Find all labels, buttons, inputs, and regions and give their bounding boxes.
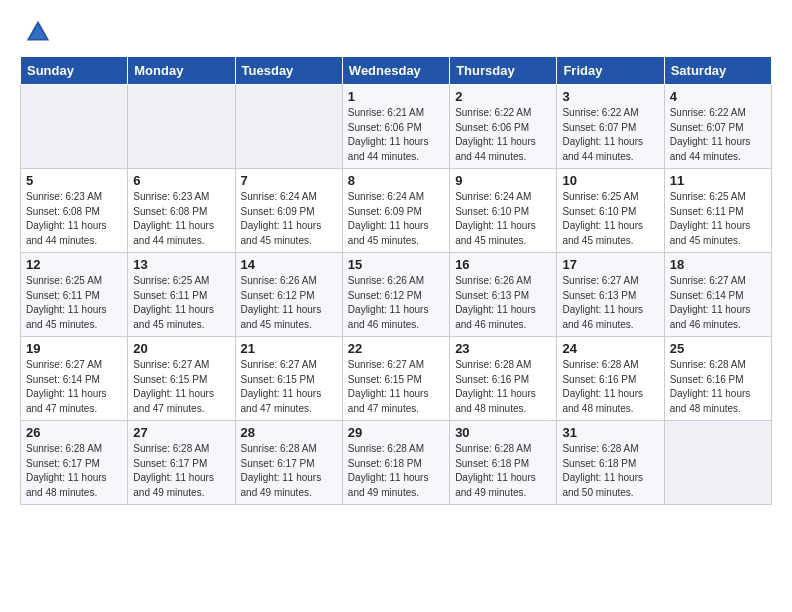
week-row-1: 1Sunrise: 6:21 AMSunset: 6:06 PMDaylight… (21, 85, 772, 169)
day-number: 24 (562, 341, 658, 356)
day-info: Sunrise: 6:24 AMSunset: 6:09 PMDaylight:… (241, 190, 337, 248)
empty-cell (664, 421, 771, 505)
day-info: Sunrise: 6:23 AMSunset: 6:08 PMDaylight:… (26, 190, 122, 248)
day-number: 9 (455, 173, 551, 188)
day-cell-20: 20Sunrise: 6:27 AMSunset: 6:15 PMDayligh… (128, 337, 235, 421)
day-cell-4: 4Sunrise: 6:22 AMSunset: 6:07 PMDaylight… (664, 85, 771, 169)
day-number: 14 (241, 257, 337, 272)
day-cell-14: 14Sunrise: 6:26 AMSunset: 6:12 PMDayligh… (235, 253, 342, 337)
day-number: 8 (348, 173, 444, 188)
day-info: Sunrise: 6:27 AMSunset: 6:13 PMDaylight:… (562, 274, 658, 332)
day-cell-27: 27Sunrise: 6:28 AMSunset: 6:17 PMDayligh… (128, 421, 235, 505)
day-info: Sunrise: 6:27 AMSunset: 6:14 PMDaylight:… (670, 274, 766, 332)
day-info: Sunrise: 6:28 AMSunset: 6:18 PMDaylight:… (562, 442, 658, 500)
day-info: Sunrise: 6:21 AMSunset: 6:06 PMDaylight:… (348, 106, 444, 164)
empty-cell (128, 85, 235, 169)
day-info: Sunrise: 6:28 AMSunset: 6:18 PMDaylight:… (455, 442, 551, 500)
day-cell-13: 13Sunrise: 6:25 AMSunset: 6:11 PMDayligh… (128, 253, 235, 337)
day-info: Sunrise: 6:27 AMSunset: 6:15 PMDaylight:… (241, 358, 337, 416)
day-info: Sunrise: 6:27 AMSunset: 6:14 PMDaylight:… (26, 358, 122, 416)
day-info: Sunrise: 6:22 AMSunset: 6:07 PMDaylight:… (670, 106, 766, 164)
day-cell-28: 28Sunrise: 6:28 AMSunset: 6:17 PMDayligh… (235, 421, 342, 505)
week-row-5: 26Sunrise: 6:28 AMSunset: 6:17 PMDayligh… (21, 421, 772, 505)
day-info: Sunrise: 6:24 AMSunset: 6:10 PMDaylight:… (455, 190, 551, 248)
day-number: 23 (455, 341, 551, 356)
day-cell-1: 1Sunrise: 6:21 AMSunset: 6:06 PMDaylight… (342, 85, 449, 169)
day-info: Sunrise: 6:23 AMSunset: 6:08 PMDaylight:… (133, 190, 229, 248)
day-cell-21: 21Sunrise: 6:27 AMSunset: 6:15 PMDayligh… (235, 337, 342, 421)
day-cell-22: 22Sunrise: 6:27 AMSunset: 6:15 PMDayligh… (342, 337, 449, 421)
day-cell-24: 24Sunrise: 6:28 AMSunset: 6:16 PMDayligh… (557, 337, 664, 421)
day-number: 16 (455, 257, 551, 272)
day-number: 4 (670, 89, 766, 104)
day-cell-17: 17Sunrise: 6:27 AMSunset: 6:13 PMDayligh… (557, 253, 664, 337)
day-info: Sunrise: 6:28 AMSunset: 6:17 PMDaylight:… (133, 442, 229, 500)
day-number: 3 (562, 89, 658, 104)
weekday-header-wednesday: Wednesday (342, 57, 449, 85)
day-info: Sunrise: 6:26 AMSunset: 6:12 PMDaylight:… (241, 274, 337, 332)
day-cell-15: 15Sunrise: 6:26 AMSunset: 6:12 PMDayligh… (342, 253, 449, 337)
day-info: Sunrise: 6:22 AMSunset: 6:07 PMDaylight:… (562, 106, 658, 164)
day-info: Sunrise: 6:28 AMSunset: 6:16 PMDaylight:… (455, 358, 551, 416)
day-info: Sunrise: 6:25 AMSunset: 6:10 PMDaylight:… (562, 190, 658, 248)
weekday-header-tuesday: Tuesday (235, 57, 342, 85)
day-number: 10 (562, 173, 658, 188)
day-cell-12: 12Sunrise: 6:25 AMSunset: 6:11 PMDayligh… (21, 253, 128, 337)
day-info: Sunrise: 6:25 AMSunset: 6:11 PMDaylight:… (670, 190, 766, 248)
week-row-3: 12Sunrise: 6:25 AMSunset: 6:11 PMDayligh… (21, 253, 772, 337)
day-number: 6 (133, 173, 229, 188)
day-info: Sunrise: 6:22 AMSunset: 6:06 PMDaylight:… (455, 106, 551, 164)
day-number: 13 (133, 257, 229, 272)
day-number: 22 (348, 341, 444, 356)
day-number: 17 (562, 257, 658, 272)
day-info: Sunrise: 6:24 AMSunset: 6:09 PMDaylight:… (348, 190, 444, 248)
day-cell-29: 29Sunrise: 6:28 AMSunset: 6:18 PMDayligh… (342, 421, 449, 505)
day-number: 18 (670, 257, 766, 272)
day-cell-23: 23Sunrise: 6:28 AMSunset: 6:16 PMDayligh… (450, 337, 557, 421)
calendar-wrapper: SundayMondayTuesdayWednesdayThursdayFrid… (0, 56, 792, 515)
day-info: Sunrise: 6:28 AMSunset: 6:16 PMDaylight:… (562, 358, 658, 416)
day-cell-8: 8Sunrise: 6:24 AMSunset: 6:09 PMDaylight… (342, 169, 449, 253)
day-info: Sunrise: 6:26 AMSunset: 6:12 PMDaylight:… (348, 274, 444, 332)
day-number: 5 (26, 173, 122, 188)
day-number: 11 (670, 173, 766, 188)
day-number: 26 (26, 425, 122, 440)
day-number: 28 (241, 425, 337, 440)
logo-icon (24, 18, 52, 46)
day-cell-11: 11Sunrise: 6:25 AMSunset: 6:11 PMDayligh… (664, 169, 771, 253)
day-number: 1 (348, 89, 444, 104)
day-info: Sunrise: 6:26 AMSunset: 6:13 PMDaylight:… (455, 274, 551, 332)
day-info: Sunrise: 6:27 AMSunset: 6:15 PMDaylight:… (348, 358, 444, 416)
day-number: 25 (670, 341, 766, 356)
day-cell-26: 26Sunrise: 6:28 AMSunset: 6:17 PMDayligh… (21, 421, 128, 505)
empty-cell (235, 85, 342, 169)
day-cell-6: 6Sunrise: 6:23 AMSunset: 6:08 PMDaylight… (128, 169, 235, 253)
week-row-2: 5Sunrise: 6:23 AMSunset: 6:08 PMDaylight… (21, 169, 772, 253)
day-cell-7: 7Sunrise: 6:24 AMSunset: 6:09 PMDaylight… (235, 169, 342, 253)
day-number: 31 (562, 425, 658, 440)
day-number: 7 (241, 173, 337, 188)
day-info: Sunrise: 6:28 AMSunset: 6:18 PMDaylight:… (348, 442, 444, 500)
day-info: Sunrise: 6:28 AMSunset: 6:17 PMDaylight:… (241, 442, 337, 500)
day-number: 27 (133, 425, 229, 440)
day-number: 19 (26, 341, 122, 356)
day-cell-2: 2Sunrise: 6:22 AMSunset: 6:06 PMDaylight… (450, 85, 557, 169)
day-number: 2 (455, 89, 551, 104)
day-number: 29 (348, 425, 444, 440)
day-number: 30 (455, 425, 551, 440)
day-number: 15 (348, 257, 444, 272)
weekday-header-monday: Monday (128, 57, 235, 85)
logo (24, 18, 56, 46)
day-cell-16: 16Sunrise: 6:26 AMSunset: 6:13 PMDayligh… (450, 253, 557, 337)
day-cell-5: 5Sunrise: 6:23 AMSunset: 6:08 PMDaylight… (21, 169, 128, 253)
day-info: Sunrise: 6:28 AMSunset: 6:17 PMDaylight:… (26, 442, 122, 500)
day-number: 21 (241, 341, 337, 356)
day-info: Sunrise: 6:25 AMSunset: 6:11 PMDaylight:… (133, 274, 229, 332)
day-cell-18: 18Sunrise: 6:27 AMSunset: 6:14 PMDayligh… (664, 253, 771, 337)
weekday-header-thursday: Thursday (450, 57, 557, 85)
day-info: Sunrise: 6:27 AMSunset: 6:15 PMDaylight:… (133, 358, 229, 416)
weekday-header-saturday: Saturday (664, 57, 771, 85)
day-info: Sunrise: 6:25 AMSunset: 6:11 PMDaylight:… (26, 274, 122, 332)
day-cell-30: 30Sunrise: 6:28 AMSunset: 6:18 PMDayligh… (450, 421, 557, 505)
day-cell-31: 31Sunrise: 6:28 AMSunset: 6:18 PMDayligh… (557, 421, 664, 505)
